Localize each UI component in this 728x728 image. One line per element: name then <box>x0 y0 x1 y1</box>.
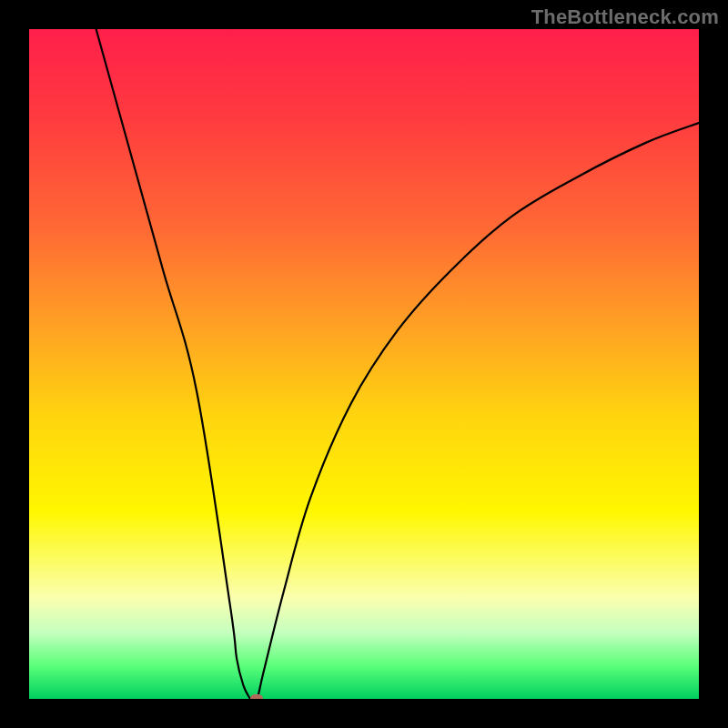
curve-svg <box>29 29 699 699</box>
bottleneck-curve <box>96 29 699 699</box>
watermark-text: TheBottleneck.com <box>531 5 719 29</box>
plot-area <box>29 29 699 699</box>
bottleneck-marker <box>250 694 263 699</box>
chart-frame: TheBottleneck.com <box>0 0 728 728</box>
